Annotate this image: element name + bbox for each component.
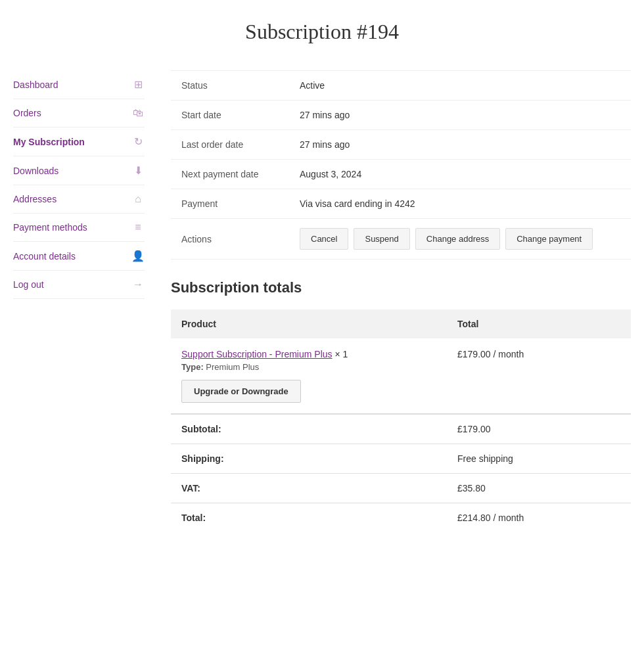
col-total-header: Total [447, 309, 631, 338]
sidebar-item-addresses[interactable]: Addresses⌂ [13, 185, 145, 214]
sidebar-item-orders[interactable]: Orders🛍 [13, 99, 145, 127]
sidebar-item-icon-orders: 🛍 [131, 107, 145, 119]
vat-label: VAT: [171, 474, 447, 503]
shipping-label: Shipping: [171, 444, 447, 474]
info-field-label: Last order date [171, 130, 289, 160]
product-link[interactable]: Support Subscription - Premium Plus [181, 349, 333, 359]
subtotal-row: Subtotal: £179.00 [171, 414, 631, 444]
sidebar-item-label-log-out: Log out [13, 279, 44, 290]
totals-title: Subscription totals [171, 279, 631, 296]
total-row: Total: £214.80 / month [171, 503, 631, 533]
sidebar-item-label-orders: Orders [13, 108, 41, 118]
sidebar-item-my-subscription[interactable]: My Subscription↻ [13, 127, 145, 156]
sidebar-item-label-account-details: Account details [13, 251, 76, 262]
info-row-last-order-date: Last order date27 mins ago [171, 130, 631, 160]
sidebar-item-payment-methods[interactable]: Payment methods≡ [13, 214, 145, 242]
info-field-value: August 3, 2024 [289, 160, 631, 189]
info-field-label: Start date [171, 101, 289, 130]
info-field-label: Status [171, 71, 289, 101]
product-type: Type: Premium Plus [181, 362, 436, 372]
info-field-value: Via visa card ending in 4242 [289, 189, 631, 219]
action-btn-change-payment[interactable]: Change payment [505, 228, 593, 250]
upgrade-downgrade-button[interactable]: Upgrade or Downgrade [181, 380, 301, 403]
sidebar-item-downloads[interactable]: Downloads⬇ [13, 156, 145, 185]
sidebar-item-icon-account-details: 👤 [131, 250, 145, 262]
sidebar-item-icon-addresses: ⌂ [131, 193, 145, 205]
col-product-header: Product [171, 309, 447, 338]
sidebar-item-label-payment-methods: Payment methods [13, 222, 87, 233]
info-field-label: Payment [171, 189, 289, 219]
product-type-label: Type: [181, 362, 204, 372]
sidebar-item-label-addresses: Addresses [13, 194, 57, 204]
info-row-status: StatusActive [171, 71, 631, 101]
actions-cell: CancelSuspendChange addressChange paymen… [289, 219, 631, 260]
info-field-label: Next payment date [171, 160, 289, 189]
action-btn-change-address[interactable]: Change address [415, 228, 500, 250]
sidebar-item-log-out[interactable]: Log out→ [13, 271, 145, 299]
total-label: Total: [171, 503, 447, 533]
actions-label: Actions [171, 219, 289, 260]
sidebar-item-label-dashboard: Dashboard [13, 80, 58, 90]
info-field-value: 27 mins ago [289, 101, 631, 130]
info-field-value: Active [289, 71, 631, 101]
vat-value: £35.80 [447, 474, 631, 503]
page-title: Subscription #194 [13, 20, 631, 44]
subtotal-label: Subtotal: [171, 414, 447, 444]
sidebar-item-icon-payment-methods: ≡ [131, 221, 145, 233]
sidebar-item-icon-downloads: ⬇ [131, 164, 145, 177]
product-row: Support Subscription - Premium Plus × 1 … [171, 338, 631, 414]
info-row-payment: PaymentVia visa card ending in 4242 [171, 189, 631, 219]
info-field-value: 27 mins ago [289, 130, 631, 160]
totals-section: Subscription totals Product Total Suppor… [171, 279, 631, 532]
sidebar-item-icon-my-subscription: ↻ [131, 135, 145, 148]
sidebar-item-label-downloads: Downloads [13, 166, 58, 176]
info-row-start-date: Start date27 mins ago [171, 101, 631, 130]
shipping-row: Shipping: Free shipping [171, 444, 631, 474]
product-quantity: × 1 [334, 349, 348, 359]
shipping-value: Free shipping [447, 444, 631, 474]
totals-table: Product Total Support Subscription - Pre… [171, 309, 631, 532]
sidebar-item-dashboard[interactable]: Dashboard⊞ [13, 70, 145, 99]
product-cell: Support Subscription - Premium Plus × 1 … [171, 338, 447, 414]
product-type-value: Premium Plus [206, 362, 259, 372]
action-btn-suspend[interactable]: Suspend [354, 228, 409, 250]
details-panel: StatusActiveStart date27 mins agoLast or… [171, 70, 631, 532]
total-value: £214.80 / month [447, 503, 631, 533]
sidebar-item-label-my-subscription: My Subscription [13, 137, 85, 147]
sidebar-item-account-details[interactable]: Account details👤 [13, 242, 145, 271]
subtotal-value: £179.00 [447, 414, 631, 444]
sidebar-item-icon-dashboard: ⊞ [131, 78, 145, 91]
action-btn-cancel[interactable]: Cancel [300, 228, 348, 250]
subscription-info-table: StatusActiveStart date27 mins agoLast or… [171, 70, 631, 260]
info-row-actions: ActionsCancelSuspendChange addressChange… [171, 219, 631, 260]
vat-row: VAT: £35.80 [171, 474, 631, 503]
sidebar: Dashboard⊞Orders🛍My Subscription↻Downloa… [13, 70, 145, 299]
product-price-cell: £179.00 / month [447, 338, 631, 414]
info-row-next-payment-date: Next payment dateAugust 3, 2024 [171, 160, 631, 189]
sidebar-item-icon-log-out: → [131, 279, 145, 290]
